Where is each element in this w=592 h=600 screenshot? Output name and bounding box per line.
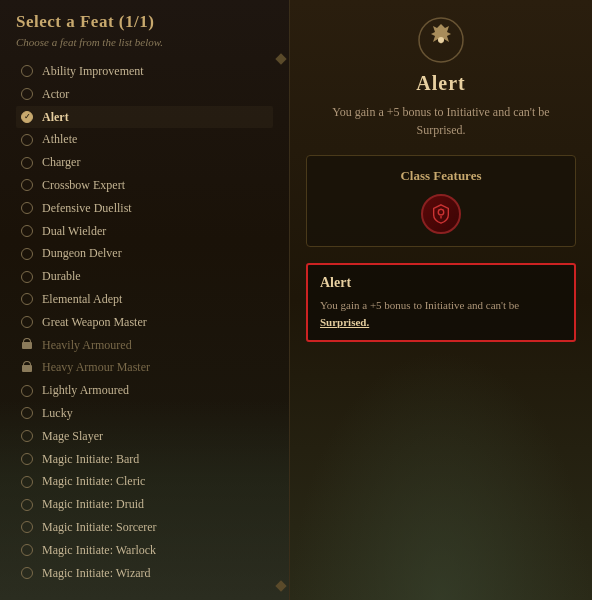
- panel-subtitle: Choose a feat from the list below.: [16, 36, 273, 48]
- class-feature-icon: [421, 194, 461, 234]
- feat-name: Magic Initiate: Bard: [42, 451, 139, 468]
- feat-name: Dual Wielder: [42, 223, 106, 240]
- feat-item[interactable]: Magic Initiate: Cleric: [16, 470, 273, 493]
- alert-info-text: You gain a +5 bonus to Initiative and ca…: [320, 297, 562, 330]
- circle-icon: [20, 87, 34, 101]
- circle-icon: [20, 133, 34, 147]
- alert-text-plain: You gain a +5 bonus to Initiative and ca…: [320, 299, 519, 311]
- check-icon: [20, 110, 34, 124]
- feat-name: Dungeon Delver: [42, 245, 122, 262]
- circle-icon: [20, 406, 34, 420]
- feat-name: Charger: [42, 154, 80, 171]
- feat-item[interactable]: Magic Initiate: Warlock: [16, 539, 273, 562]
- feat-item[interactable]: Lightly Armoured: [16, 379, 273, 402]
- feat-name: Defensive Duellist: [42, 200, 132, 217]
- feat-item[interactable]: Great Weapon Master: [16, 311, 273, 334]
- class-features-title: Class Features: [319, 168, 563, 184]
- feat-name: Magic Initiate: Cleric: [42, 473, 145, 490]
- feat-item[interactable]: Dual Wielder: [16, 220, 273, 243]
- lock-icon: [20, 361, 34, 375]
- feat-item[interactable]: Elemental Adept: [16, 288, 273, 311]
- feat-name: Heavy Armour Master: [42, 359, 150, 376]
- feat-name: Magic Initiate: Druid: [42, 496, 144, 513]
- feat-description: You gain a +5 bonus to Initiative and ca…: [332, 103, 549, 139]
- circle-icon: [20, 292, 34, 306]
- feat-name: Lucky: [42, 405, 73, 422]
- circle-icon: [20, 498, 34, 512]
- circle-icon: [20, 475, 34, 489]
- feat-item[interactable]: Ability Improvement: [16, 60, 273, 83]
- circle-icon: [20, 520, 34, 534]
- feat-item[interactable]: Charger: [16, 151, 273, 174]
- circle-icon: [20, 178, 34, 192]
- svg-point-2: [438, 209, 444, 215]
- circle-icon: [20, 201, 34, 215]
- feat-item[interactable]: Magic Initiate: Sorcerer: [16, 516, 273, 539]
- circle-icon: [20, 156, 34, 170]
- feat-name: Elemental Adept: [42, 291, 122, 308]
- feat-list: Ability ImprovementActorAlertAthleteChar…: [16, 60, 273, 580]
- feat-name: Heavily Armoured: [42, 337, 132, 354]
- circle-icon: [20, 543, 34, 557]
- feat-item[interactable]: Magic Initiate: Bard: [16, 448, 273, 471]
- feat-name: Alert: [42, 109, 69, 126]
- alert-info-box: Alert You gain a +5 bonus to Initiative …: [306, 263, 576, 342]
- feat-name: Magic Initiate: Warlock: [42, 542, 156, 559]
- feat-item[interactable]: Magic Initiate: Wizard: [16, 562, 273, 580]
- feat-item[interactable]: Lucky: [16, 402, 273, 425]
- feat-item[interactable]: Crossbow Expert: [16, 174, 273, 197]
- feat-item[interactable]: Actor: [16, 83, 273, 106]
- circle-icon: [20, 270, 34, 284]
- circle-icon: [20, 247, 34, 261]
- feat-name: Athlete: [42, 131, 77, 148]
- feat-item[interactable]: Defensive Duellist: [16, 197, 273, 220]
- feat-name: Actor: [42, 86, 69, 103]
- feat-item[interactable]: Magic Initiate: Druid: [16, 493, 273, 516]
- feat-name: Great Weapon Master: [42, 314, 147, 331]
- feat-item[interactable]: Durable: [16, 265, 273, 288]
- feat-title-right: Alert: [416, 72, 465, 95]
- feat-name: Lightly Armoured: [42, 382, 129, 399]
- feat-name: Magic Initiate: Wizard: [42, 565, 151, 580]
- circle-icon: [20, 384, 34, 398]
- circle-icon: [20, 224, 34, 238]
- circle-icon: [20, 566, 34, 580]
- panel-title: Select a Feat (1/1): [16, 12, 273, 32]
- feat-item[interactable]: Mage Slayer: [16, 425, 273, 448]
- circle-icon: [20, 452, 34, 466]
- alert-text-bold: Surprised.: [320, 316, 369, 328]
- right-panel: Alert You gain a +5 bonus to Initiative …: [290, 0, 592, 600]
- feat-item[interactable]: Dungeon Delver: [16, 242, 273, 265]
- circle-icon: [20, 64, 34, 78]
- feat-name: Crossbow Expert: [42, 177, 125, 194]
- svg-point-1: [438, 37, 444, 43]
- feat-item[interactable]: Athlete: [16, 128, 273, 151]
- alert-info-title: Alert: [320, 275, 562, 291]
- class-features-box: Class Features: [306, 155, 576, 247]
- feat-item[interactable]: Alert: [16, 106, 273, 129]
- feat-name: Mage Slayer: [42, 428, 103, 445]
- feat-name: Ability Improvement: [42, 63, 144, 80]
- feat-item[interactable]: Heavy Armour Master: [16, 356, 273, 379]
- circle-icon: [20, 315, 34, 329]
- circle-icon: [20, 429, 34, 443]
- feat-item[interactable]: Heavily Armoured: [16, 334, 273, 357]
- left-panel: Select a Feat (1/1) Choose a feat from t…: [0, 0, 290, 600]
- lock-icon: [20, 338, 34, 352]
- feat-icon-large: [417, 16, 465, 64]
- feat-name: Magic Initiate: Sorcerer: [42, 519, 157, 536]
- feat-name: Durable: [42, 268, 81, 285]
